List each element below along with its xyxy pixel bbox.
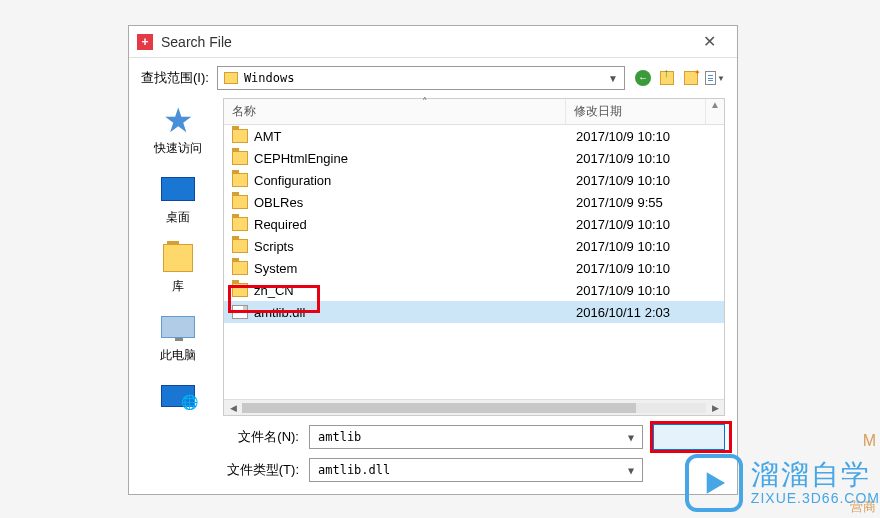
sort-arrow-icon: ˄ <box>422 96 428 109</box>
look-in-label: 查找范围(I): <box>141 69 209 87</box>
views-button[interactable]: ▼ <box>705 68 725 88</box>
pc-icon <box>160 309 196 345</box>
titlebar: Search File ✕ <box>129 26 737 58</box>
app-icon <box>137 34 153 50</box>
back-button[interactable]: ← <box>633 68 653 88</box>
file-row[interactable]: Required2017/10/9 10:10 <box>224 213 724 235</box>
filename-label: 文件名(N): <box>223 428 299 446</box>
file-date: 2017/10/9 10:10 <box>576 173 716 188</box>
file-name: Scripts <box>254 239 576 254</box>
chevron-down-icon: ▼ <box>608 73 618 84</box>
folder-icon <box>232 217 248 231</box>
column-headers: 名称 修改日期 ▲ <box>224 99 724 125</box>
folder-icon <box>232 129 248 143</box>
up-button[interactable] <box>657 68 677 88</box>
scroll-track[interactable] <box>242 403 706 413</box>
file-row[interactable]: AMT2017/10/9 10:10 <box>224 125 724 147</box>
file-date: 2017/10/9 10:10 <box>576 239 716 254</box>
watermark-edge-m: M <box>863 432 876 450</box>
new-folder-button[interactable] <box>681 68 701 88</box>
close-button[interactable]: ✕ <box>689 28 729 56</box>
scroll-up-button[interactable]: ▲ <box>706 99 724 124</box>
place-desktop[interactable]: 桌面 <box>160 171 196 226</box>
watermark: 溜溜自学 ZIXUE.3D66.COM <box>685 454 880 512</box>
place-network[interactable]: 网络 <box>160 378 196 416</box>
place-label: 桌面 <box>166 209 190 226</box>
file-name: zh_CN <box>254 283 576 298</box>
window-title: Search File <box>161 34 232 50</box>
file-date: 2017/10/9 10:10 <box>576 261 716 276</box>
chevron-down-icon: ▼ <box>628 432 634 443</box>
file-row[interactable]: OBLRes2017/10/9 9:55 <box>224 191 724 213</box>
file-icon <box>232 305 248 319</box>
file-name: OBLRes <box>254 195 576 210</box>
file-row[interactable]: System2017/10/9 10:10 <box>224 257 724 279</box>
folder-icon <box>232 195 248 209</box>
filename-value: amtlib <box>318 430 361 444</box>
scroll-right-button[interactable]: ▶ <box>708 402 722 414</box>
look-in-value: Windows <box>244 71 295 85</box>
file-name: Required <box>254 217 576 232</box>
place-libraries[interactable]: 库 <box>160 240 196 295</box>
file-name: amtlib.dll <box>254 305 576 320</box>
place-label: 快速访问 <box>154 140 202 157</box>
horizontal-scrollbar[interactable]: ◀ ▶ <box>224 399 724 415</box>
folder-icon <box>224 72 238 84</box>
filetype-label: 文件类型(T): <box>223 461 299 479</box>
desktop-icon <box>160 171 196 207</box>
place-label: 此电脑 <box>160 347 196 364</box>
folder-icon <box>232 239 248 253</box>
chevron-down-icon: ▼ <box>628 465 634 476</box>
file-name: CEPHtmlEngine <box>254 151 576 166</box>
look-in-combo[interactable]: Windows ▼ <box>217 66 625 90</box>
filetype-value: amtlib.dll <box>318 463 390 477</box>
watermark-brand: 溜溜自学 <box>751 460 880 491</box>
play-icon <box>685 454 743 512</box>
filetype-select[interactable]: amtlib.dll ▼ <box>309 458 643 482</box>
bottom-fields: 文件名(N): amtlib ▼ 文件类型(T): amtlib.dll ▼ <box>129 416 737 494</box>
places-bar: ★ 快速访问 桌面 库 此电脑 网络 <box>141 98 215 416</box>
search-file-dialog: Search File ✕ 查找范围(I): Windows ▼ ← ▼ ★ <box>128 25 738 495</box>
file-list[interactable]: AMT2017/10/9 10:10CEPHtmlEngine2017/10/9… <box>224 125 724 399</box>
file-list-area: 名称 修改日期 ▲ AMT2017/10/9 10:10CEPHtmlEngin… <box>223 98 725 416</box>
place-quick-access[interactable]: ★ 快速访问 <box>154 102 202 157</box>
file-row[interactable]: CEPHtmlEngine2017/10/9 10:10 <box>224 147 724 169</box>
file-name: Configuration <box>254 173 576 188</box>
file-row[interactable]: zh_CN2017/10/9 10:10 <box>224 279 724 301</box>
body-area: ★ 快速访问 桌面 库 此电脑 网络 名称 修改日期 <box>129 98 737 416</box>
scroll-left-button[interactable]: ◀ <box>226 402 240 414</box>
open-button[interactable] <box>653 424 725 450</box>
scroll-thumb[interactable] <box>242 403 636 413</box>
place-this-pc[interactable]: 此电脑 <box>160 309 196 364</box>
file-date: 2017/10/9 10:10 <box>576 217 716 232</box>
highlight-open <box>650 421 732 453</box>
file-date: 2017/10/9 9:55 <box>576 195 716 210</box>
star-icon: ★ <box>160 102 196 138</box>
folder-icon <box>232 283 248 297</box>
filename-input[interactable]: amtlib ▼ <box>309 425 643 449</box>
look-in-row: 查找范围(I): Windows ▼ ← ▼ <box>129 58 737 98</box>
folder-icon <box>232 151 248 165</box>
place-label: 库 <box>172 278 184 295</box>
file-date: 2017/10/9 10:10 <box>576 283 716 298</box>
file-name: AMT <box>254 129 576 144</box>
col-modified[interactable]: 修改日期 <box>566 99 706 124</box>
nav-toolbar: ← ▼ <box>633 68 725 88</box>
network-icon <box>160 378 196 414</box>
file-name: System <box>254 261 576 276</box>
folder-icon <box>232 261 248 275</box>
file-date: 2016/10/11 2:03 <box>576 305 716 320</box>
file-row-selected[interactable]: amtlib.dll2016/10/11 2:03 <box>224 301 724 323</box>
file-date: 2017/10/9 10:10 <box>576 129 716 144</box>
library-icon <box>160 240 196 276</box>
watermark-url: ZIXUE.3D66.COM <box>751 491 880 506</box>
file-row[interactable]: Configuration2017/10/9 10:10 <box>224 169 724 191</box>
file-date: 2017/10/9 10:10 <box>576 151 716 166</box>
file-row[interactable]: Scripts2017/10/9 10:10 <box>224 235 724 257</box>
folder-icon <box>232 173 248 187</box>
col-name[interactable]: 名称 <box>224 99 566 124</box>
svg-marker-0 <box>708 475 722 491</box>
